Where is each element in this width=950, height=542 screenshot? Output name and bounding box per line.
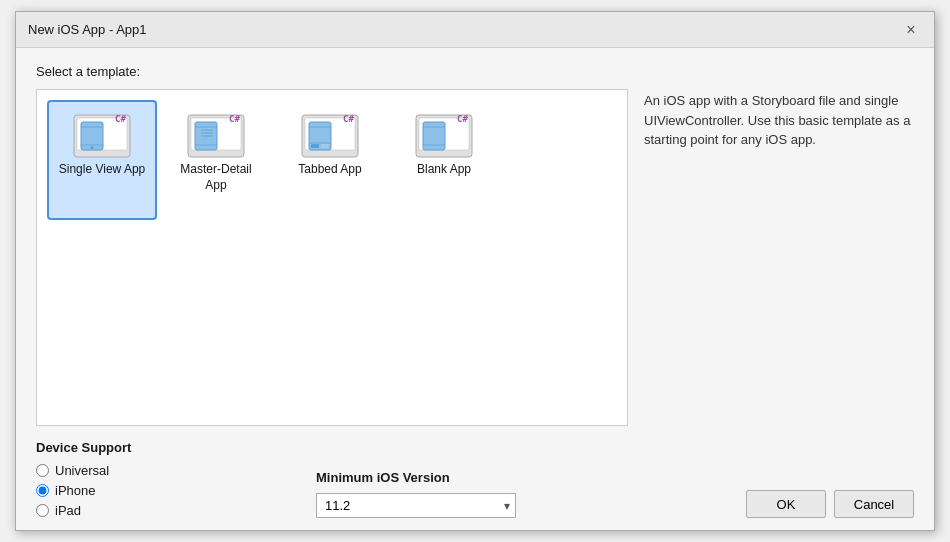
template-blank-label: Blank App [417, 162, 471, 178]
close-button[interactable]: × [900, 19, 922, 41]
svg-rect-3 [81, 122, 103, 150]
template-master-detail-label: Master-Detail App [169, 162, 263, 193]
main-content: C# Single View App C# [36, 89, 914, 426]
svg-point-6 [91, 146, 94, 149]
cancel-button[interactable]: Cancel [834, 490, 914, 518]
radio-ipad[interactable]: iPad [36, 503, 316, 518]
device-support: Device Support Universal iPhone iPad [36, 440, 316, 518]
template-single-view[interactable]: C# Single View App [47, 100, 157, 220]
button-row: OK Cancel [746, 490, 914, 518]
svg-rect-27 [423, 122, 445, 150]
ios-version-select[interactable]: 8.0 9.0 10.0 11.0 11.1 11.2 11.3 11.4 12… [316, 493, 516, 518]
template-description: An iOS app with a Storyboard file and si… [644, 93, 910, 147]
dialog-title: New iOS App - App1 [28, 22, 147, 37]
title-bar: New iOS App - App1 × [16, 12, 934, 48]
radio-universal[interactable]: Universal [36, 463, 316, 478]
svg-text:C#: C# [115, 114, 126, 124]
min-ios-section: Minimum iOS Version 8.0 9.0 10.0 11.0 11… [316, 470, 746, 518]
template-tabbed[interactable]: C# Tabbed App [275, 100, 385, 220]
single-view-icon: C# [73, 110, 131, 162]
select-template-label: Select a template: [36, 64, 914, 79]
svg-text:C#: C# [229, 114, 240, 124]
svg-text:C#: C# [457, 114, 468, 124]
min-ios-label: Minimum iOS Version [316, 470, 746, 485]
master-detail-icon: C# [187, 110, 245, 162]
template-single-view-label: Single View App [59, 162, 146, 178]
radio-ipad-label: iPad [55, 503, 81, 518]
template-blank[interactable]: C# Blank App [389, 100, 499, 220]
bottom-section: Device Support Universal iPhone iPad [36, 426, 914, 518]
ios-version-select-wrapper: 8.0 9.0 10.0 11.0 11.1 11.2 11.3 11.4 12… [316, 493, 516, 518]
template-tabbed-label: Tabbed App [298, 162, 361, 178]
description-panel: An iOS app with a Storyboard file and si… [644, 89, 914, 426]
template-master-detail[interactable]: C# Master-Detail App [161, 100, 271, 220]
dialog-body: Select a template: C# [16, 48, 934, 530]
radio-iphone-label: iPhone [55, 483, 95, 498]
device-support-label: Device Support [36, 440, 316, 455]
svg-text:C#: C# [343, 114, 354, 124]
new-ios-app-dialog: New iOS App - App1 × Select a template: … [15, 11, 935, 531]
tabbed-app-icon: C# [301, 110, 359, 162]
ok-button[interactable]: OK [746, 490, 826, 518]
blank-app-icon: C# [415, 110, 473, 162]
radio-iphone[interactable]: iPhone [36, 483, 316, 498]
svg-rect-22 [311, 144, 319, 148]
template-panel: C# Single View App C# [36, 89, 628, 426]
svg-rect-23 [321, 144, 329, 148]
radio-group: Universal iPhone iPad [36, 463, 316, 518]
radio-universal-label: Universal [55, 463, 109, 478]
